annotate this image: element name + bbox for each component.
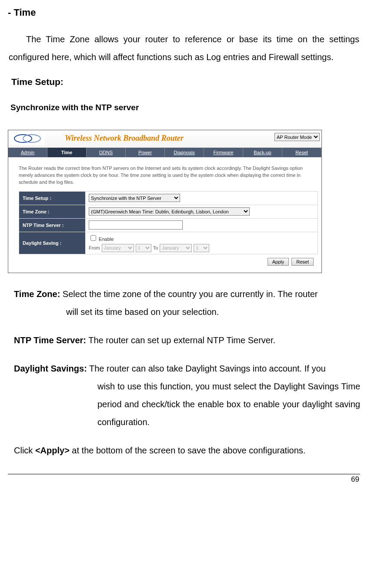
label-daylight: Daylight Saving : [19, 232, 85, 254]
router-body: The Router reads the correct time from N… [8, 157, 321, 273]
footer-rule [8, 474, 360, 474]
select-from-day[interactable]: 1 [136, 244, 151, 252]
row-ntp-server: NTP Time Server : [19, 218, 318, 232]
mode-select[interactable]: AP Router Mode [274, 133, 320, 141]
row-daylight: Daylight Saving : Enable From January 1 … [19, 232, 318, 254]
form-area: Time Setup : Synchronize with the NTP Se… [19, 191, 318, 254]
label-time-zone: Time Zone : [19, 205, 85, 218]
sync-heading: Synchronize with the NTP server [10, 103, 360, 112]
def-ntp: NTP Time Server: The router can set up e… [14, 331, 360, 349]
def-time-zone: Time Zone: Select the time zone of the c… [14, 285, 360, 321]
mode-select-wrap: AP Router Mode [274, 133, 320, 141]
apply-instruction: Click <Apply> at the bottom of the scree… [14, 442, 360, 459]
intro-paragraph: The Time Zone allows your router to refe… [8, 30, 360, 66]
tab-diagnosis[interactable]: Diagnosis [165, 148, 204, 157]
enable-label: Enable [99, 237, 114, 242]
router-logo [10, 132, 45, 145]
def-time-zone-text1: Select the time zone of the country you … [60, 289, 318, 299]
time-setup-heading: Time Setup: [11, 77, 360, 87]
def-daylight-text1: The router can also take Daylight Saving… [87, 364, 326, 373]
label-time-setup: Time Setup : [19, 192, 85, 205]
def-time-zone-text2: will set its time based on your selectio… [14, 303, 360, 321]
def-daylight: Daylight Savings: The router can also ta… [14, 360, 360, 431]
def-ntp-text: The router can set up external NTP Time … [86, 335, 275, 345]
router-product-title: Wireless Network Broadband Router [65, 134, 184, 143]
select-to-day[interactable]: 1 [194, 244, 209, 252]
tab-admin[interactable]: Admin [8, 148, 47, 157]
tab-power[interactable]: Power [126, 148, 165, 157]
apply-pre: Click [14, 446, 35, 455]
router-header: Wireless Network Broadband Router AP Rou… [8, 130, 321, 148]
apply-button[interactable]: Apply [268, 258, 289, 266]
apply-bold: <Apply> [35, 446, 70, 455]
input-ntp-server[interactable] [89, 220, 183, 230]
tabs-row: Admin Time DDNS Power Diagnosis Firmware… [8, 148, 321, 157]
select-time-setup[interactable]: Synchronize with the NTP Server [89, 194, 180, 202]
tab-reset[interactable]: Reset [282, 148, 321, 157]
row-time-zone: Time Zone : (GMT)Greenwich Mean Time: Du… [19, 205, 318, 218]
select-time-zone[interactable]: (GMT)Greenwich Mean Time: Dublin, Edinbu… [89, 207, 250, 216]
router-screenshot: Wireless Network Broadband Router AP Rou… [8, 130, 322, 273]
def-daylight-label: Daylight Savings: [14, 364, 87, 373]
def-ntp-label: NTP Time Server: [14, 335, 86, 345]
tab-ddns[interactable]: DDNS [87, 148, 126, 157]
def-time-zone-label: Time Zone: [14, 289, 60, 299]
button-row: Apply Reset [19, 254, 318, 269]
tab-firmware[interactable]: Firmware [204, 148, 243, 157]
select-from-month[interactable]: January [102, 244, 134, 252]
to-label: To [153, 245, 158, 250]
row-time-setup: Time Setup : Synchronize with the NTP Se… [19, 191, 318, 205]
page-title: - Time [8, 7, 360, 18]
def-daylight-text2: wish to use this function, you must sele… [14, 378, 360, 431]
from-label: From [89, 245, 100, 250]
apply-post: at the bottom of the screen to save the … [70, 446, 306, 455]
router-description: The Router reads the correct time from N… [19, 165, 318, 186]
checkbox-enable-dst[interactable] [90, 235, 96, 241]
reset-button[interactable]: Reset [291, 258, 314, 266]
tab-time[interactable]: Time [47, 148, 87, 157]
tab-backup[interactable]: Back-up [243, 148, 282, 157]
page-number: 69 [8, 475, 360, 484]
select-to-month[interactable]: January [160, 244, 192, 252]
label-ntp-server: NTP Time Server : [19, 219, 85, 232]
